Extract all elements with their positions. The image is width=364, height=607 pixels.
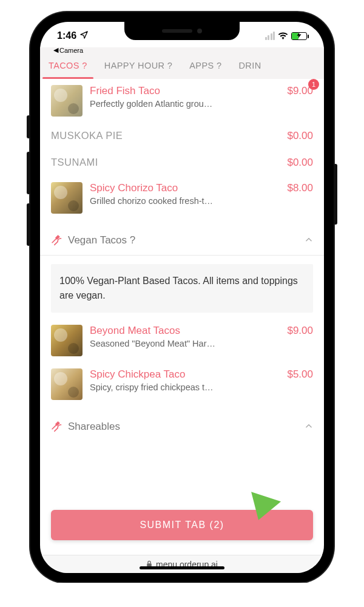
item-thumbnail (51, 182, 83, 214)
screen: 1:46 ◀ Camera (40, 22, 324, 573)
divider (40, 255, 324, 256)
battery-icon (291, 32, 307, 40)
utensils-icon (51, 421, 62, 432)
quantity-badge: 1 (308, 79, 319, 90)
tutorial-arrow-icon (238, 470, 294, 526)
section-header-shareables[interactable]: Shareables (51, 406, 313, 435)
item-price: $5.00 (287, 368, 313, 381)
section-title: Shareables (68, 421, 120, 433)
back-chevron-icon: ◀ (53, 46, 58, 54)
side-button (27, 115, 30, 138)
item-price: $9.00 (287, 325, 313, 337)
menu-item[interactable]: Spicy Chorizo Taco Grilled chorizo cooke… (51, 176, 313, 220)
item-name: TSUNAMI (51, 157, 280, 168)
volume-down-button (27, 203, 30, 246)
tab-happy-hour[interactable]: HAPPY HOUR ? (96, 55, 181, 79)
power-button (334, 164, 337, 225)
cell-signal-icon (265, 32, 275, 40)
chevron-up-icon (305, 236, 313, 246)
back-to-camera[interactable]: ◀ Camera (53, 46, 83, 54)
wifi-icon (278, 31, 288, 41)
item-price: $0.00 (287, 157, 313, 169)
tab-tacos[interactable]: TACOS ? (40, 55, 96, 79)
item-thumbnail (51, 368, 83, 400)
item-name: Beyond Meat Tacos (90, 325, 280, 337)
utensils-icon (51, 235, 62, 246)
home-indicator[interactable] (140, 566, 224, 569)
item-thumbnail (51, 85, 83, 117)
item-price: $8.00 (287, 182, 313, 194)
tab-drinks[interactable]: DRIN (230, 55, 269, 79)
phone-frame: 1:46 ◀ Camera (30, 12, 334, 583)
volume-up-button (27, 152, 30, 194)
menu-item[interactable]: Spicy Chickpea Taco Spicy, crispy fried … (51, 362, 313, 406)
chevron-up-icon (305, 422, 313, 432)
notch (124, 22, 240, 40)
item-thumbnail (51, 325, 83, 356)
section-description: 100% Vegan-Plant Based Tacos. All items … (51, 264, 313, 313)
item-price: $9.00 1 (287, 85, 313, 97)
location-icon (79, 30, 89, 41)
section-title: Vegan Tacos ? (68, 234, 135, 246)
item-description: Spicy, crispy fried chickpeas t… (90, 382, 280, 392)
browser-url-bar[interactable]: menu.orderup.ai (40, 555, 324, 573)
item-name: Spicy Chickpea Taco (90, 368, 280, 381)
item-name: Spicy Chorizo Taco (90, 182, 280, 194)
status-time: 1:46 (57, 30, 76, 41)
item-description: Perfectly golden Atlantic grou… (90, 99, 280, 109)
item-price: $0.00 (287, 130, 313, 142)
item-description: Grilled chorizo cooked fresh-t… (90, 196, 280, 206)
menu-item[interactable]: Beyond Meat Tacos Seasoned "Beyond Meat"… (51, 319, 313, 362)
item-name: Fried Fish Taco (90, 85, 280, 97)
menu-item[interactable]: MUSKOKA PIE $0.00 (51, 123, 313, 149)
menu-content[interactable]: Fried Fish Taco Perfectly golden Atlanti… (40, 79, 324, 573)
item-name: MUSKOKA PIE (51, 130, 280, 141)
back-label: Camera (59, 47, 83, 54)
menu-item[interactable]: Fried Fish Taco Perfectly golden Atlanti… (51, 79, 313, 123)
item-description: Seasoned "Beyond Meat" Har… (90, 339, 280, 348)
menu-item[interactable]: TSUNAMI $0.00 (51, 149, 313, 176)
section-header-vegan[interactable]: Vegan Tacos ? (51, 220, 313, 255)
tab-apps[interactable]: APPS ? (181, 55, 230, 79)
